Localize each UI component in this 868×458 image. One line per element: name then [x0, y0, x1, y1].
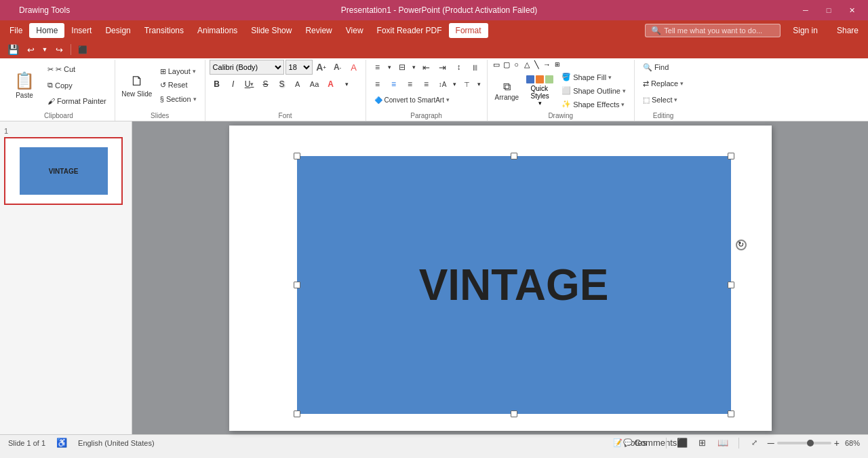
align-text-dropdown[interactable]: ▾	[476, 77, 483, 92]
handle-middle-right[interactable]	[728, 282, 734, 288]
shape-effects-button[interactable]: ✨ Shape Effects ▾	[557, 98, 630, 111]
save-button[interactable]: 💾	[5, 42, 20, 57]
handle-bottom-center[interactable]	[511, 411, 517, 417]
normal-view-button[interactable]: ⬛	[675, 436, 690, 450]
font-size-select[interactable]: 18	[285, 60, 313, 75]
arrange-button[interactable]: ⧉ Arrange	[492, 79, 523, 103]
bullets-button[interactable]: ≡	[370, 60, 385, 75]
numbering-button[interactable]: ⊟	[395, 60, 410, 75]
shape-line-button[interactable]: ╲	[532, 60, 542, 69]
redo-button[interactable]: ↪	[52, 42, 66, 57]
menu-animations[interactable]: Animations	[191, 23, 244, 38]
align-left-button[interactable]: ≡	[370, 77, 385, 92]
zoom-in-button[interactable]: +	[834, 438, 840, 449]
shrink-font-button[interactable]: A-	[330, 60, 345, 75]
handle-bottom-left[interactable]	[294, 411, 300, 417]
menu-design[interactable]: Design	[98, 23, 137, 38]
menu-review[interactable]: Review	[298, 23, 338, 38]
search-box[interactable]: 🔍	[645, 24, 781, 37]
share-button[interactable]: Share	[830, 23, 865, 38]
text-shadow-button[interactable]: S	[275, 77, 290, 92]
shape-oval-button[interactable]: ○	[512, 60, 521, 69]
underline-button[interactable]: U ▾	[242, 77, 257, 92]
handle-bottom-right[interactable]	[728, 411, 734, 417]
slide-canvas[interactable]: ↻ VINTAGE	[229, 126, 772, 431]
align-right-button[interactable]: ≡	[403, 77, 418, 92]
search-input[interactable]	[664, 26, 772, 35]
font-name-select[interactable]: Calibri (Body)	[210, 60, 284, 75]
restore-button[interactable]: □	[818, 0, 840, 20]
format-painter-button[interactable]: 🖌 Format Painter	[43, 94, 111, 109]
text-direction-dropdown[interactable]: ▾	[452, 77, 458, 92]
text-direction-button[interactable]: ↕A	[435, 77, 450, 92]
shape-rounded-button[interactable]: ▢	[502, 60, 511, 69]
menu-foxit[interactable]: Foxit Reader PDF	[370, 23, 449, 38]
zoom-track[interactable]	[777, 442, 831, 444]
comments-button[interactable]: 💬 Comments	[643, 436, 658, 450]
shape-arrow-button[interactable]: →	[542, 60, 552, 69]
ribbon-group-drawing: ▭ ▢ ○ △ ╲ → ⊞ ⧉ Arrange	[488, 60, 635, 121]
handle-middle-left[interactable]	[294, 282, 300, 288]
copy-button[interactable]: ⧉ Copy	[43, 78, 111, 93]
paste-button[interactable]: 📋 Paste	[7, 62, 42, 109]
new-slide-button[interactable]: 🗋 New Slide	[119, 62, 155, 109]
line-spacing-button[interactable]: ↕	[452, 60, 467, 75]
align-text-button[interactable]: ⊤	[460, 77, 475, 92]
decrease-indent-button[interactable]: ⇤	[419, 60, 434, 75]
reset-button[interactable]: ↺ Reset	[156, 79, 201, 92]
bold-button[interactable]: B	[210, 77, 224, 92]
align-center-button[interactable]: ≡	[387, 77, 401, 92]
grow-font-button[interactable]: A+	[314, 60, 329, 75]
section-button[interactable]: § Section ▾	[156, 92, 201, 105]
handle-top-right[interactable]	[728, 153, 734, 159]
fit-slide-button[interactable]: ⤢	[747, 436, 762, 450]
reading-view-button[interactable]: 📖	[715, 436, 730, 450]
zoom-control[interactable]: ─ +	[768, 438, 840, 449]
italic-button[interactable]: I	[226, 77, 241, 92]
accessibility-icon[interactable]: ♿	[56, 438, 67, 448]
shape-outline-button[interactable]: ⬜ Shape Outline ▾	[557, 84, 630, 97]
columns-button[interactable]: ⫼	[468, 60, 483, 75]
handle-top-center[interactable]	[511, 153, 517, 159]
shape-more-button[interactable]: ⊞	[553, 60, 562, 69]
find-button[interactable]: 🔍 Find	[639, 60, 673, 75]
font-color-button[interactable]: A	[323, 77, 338, 92]
handle-top-left[interactable]	[294, 153, 300, 159]
select-button[interactable]: ⬚ Select ▾	[639, 92, 682, 107]
numbering-dropdown[interactable]: ▾	[411, 60, 418, 75]
strikethrough-button[interactable]: S	[258, 77, 273, 92]
menu-transitions[interactable]: Transitions	[138, 23, 191, 38]
font-color-dropdown[interactable]: ▾	[340, 77, 355, 92]
presentation-view[interactable]: ⬛	[75, 42, 90, 57]
shape-rect-button[interactable]: ▭	[492, 60, 501, 69]
undo-dropdown[interactable]: ▼	[41, 42, 49, 57]
undo-button[interactable]: ↩	[23, 42, 38, 57]
menu-insert[interactable]: Insert	[64, 23, 98, 38]
change-case-button[interactable]: Aa	[307, 77, 322, 92]
close-button[interactable]: ✕	[841, 0, 863, 20]
quick-styles-button[interactable]: QuickStyles ▾	[524, 73, 556, 109]
minimize-button[interactable]: ─	[795, 0, 816, 20]
clear-format-button[interactable]: A	[347, 60, 361, 75]
menu-view[interactable]: View	[339, 23, 370, 38]
increase-indent-button[interactable]: ⇥	[435, 60, 450, 75]
rotate-handle[interactable]: ↻	[736, 240, 747, 250]
layout-button[interactable]: ⊞ Layout ▾	[156, 65, 201, 78]
slide-thumbnail-1[interactable]: VINTAGE	[4, 137, 123, 205]
signin-button[interactable]: Sign in	[786, 23, 825, 38]
slide-shape[interactable]: VINTAGE	[297, 156, 731, 414]
slide-sorter-button[interactable]: ⊞	[695, 436, 710, 450]
bullets-dropdown[interactable]: ▾	[387, 60, 393, 75]
char-spacing-button[interactable]: A	[291, 77, 306, 92]
replace-button[interactable]: ⇄ Replace ▾	[639, 76, 688, 91]
convert-smartart-button[interactable]: 🔷 Convert to SmartArt ▾	[370, 94, 454, 106]
menu-format[interactable]: Format	[449, 23, 488, 38]
menu-slideshow[interactable]: Slide Show	[244, 23, 298, 38]
zoom-out-button[interactable]: ─	[768, 438, 774, 449]
justify-button[interactable]: ≡	[419, 77, 434, 92]
cut-button[interactable]: ✂ ✂ Cut	[43, 62, 111, 77]
menu-home[interactable]: Home	[29, 23, 64, 38]
shape-triangle-button[interactable]: △	[522, 60, 532, 69]
menu-file[interactable]: File	[3, 23, 29, 38]
shape-fill-button[interactable]: 🪣 Shape Fill ▾	[557, 71, 630, 83]
